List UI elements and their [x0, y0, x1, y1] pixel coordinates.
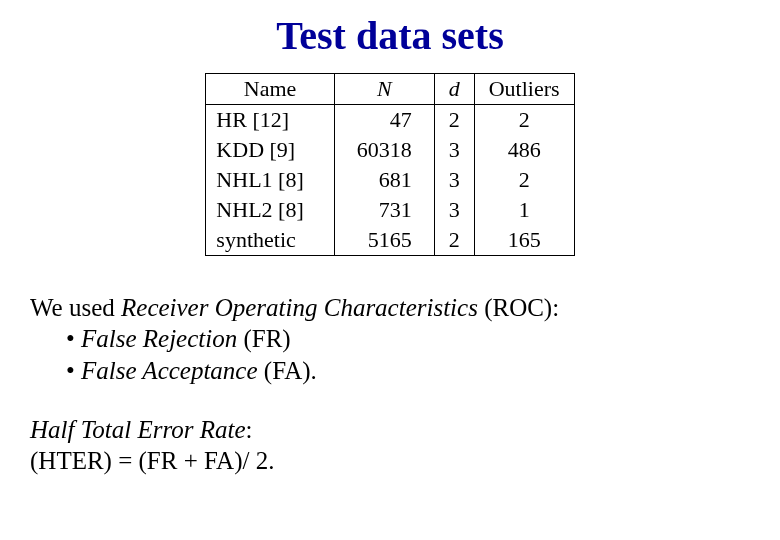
table-row: NHL2 [8] 731 3 1 [206, 195, 574, 225]
text: : [246, 416, 253, 443]
paragraph-hter: Half Total Error Rate: (HTER) = (FR + FA… [30, 414, 780, 477]
cell-out: 2 [474, 105, 574, 136]
cell-d: 3 [434, 195, 474, 225]
bullet-mark: • [66, 325, 81, 352]
bullet-mark: • [66, 357, 81, 384]
table-header-row: Name N d Outliers [206, 74, 574, 105]
cell-n: 731 [334, 195, 434, 225]
cell-name: NHL2 [8] [206, 195, 334, 225]
cell-out: 165 [474, 225, 574, 256]
text: (FR) [237, 325, 290, 352]
hter-line1: Half Total Error Rate: [30, 414, 780, 445]
cell-name: HR [12] [206, 105, 334, 136]
table-row: HR [12] 47 2 2 [206, 105, 574, 136]
cell-n: 681 [334, 165, 434, 195]
text-italic: Half Total Error Rate [30, 416, 246, 443]
cell-name: synthetic [206, 225, 334, 256]
cell-d: 3 [434, 135, 474, 165]
cell-d: 3 [434, 165, 474, 195]
paragraph-roc: We used Receiver Operating Characteristi… [30, 292, 780, 386]
hter-line2: (HTER) = (FR + FA)/ 2. [30, 445, 780, 476]
cell-name: NHL1 [8] [206, 165, 334, 195]
cell-out: 1 [474, 195, 574, 225]
slide: Test data sets Name N d Outliers HR [12]… [0, 0, 780, 540]
text-italic: False Acceptance [81, 357, 258, 384]
slide-title: Test data sets [0, 0, 780, 59]
col-header-outliers: Outliers [474, 74, 574, 105]
cell-n: 5165 [334, 225, 434, 256]
cell-d: 2 [434, 225, 474, 256]
table-container: Name N d Outliers HR [12] 47 2 2 KDD [9]… [0, 73, 780, 256]
cell-out: 2 [474, 165, 574, 195]
cell-n: 60318 [334, 135, 434, 165]
text-italic: Receiver Operating Characteristics [121, 294, 478, 321]
cell-name: KDD [9] [206, 135, 334, 165]
table-row: synthetic 5165 2 165 [206, 225, 574, 256]
table-row: NHL1 [8] 681 3 2 [206, 165, 574, 195]
text-italic: False Rejection [81, 325, 237, 352]
cell-n: 47 [334, 105, 434, 136]
col-header-name: Name [206, 74, 334, 105]
cell-out: 486 [474, 135, 574, 165]
col-header-d: d [434, 74, 474, 105]
bullet-fr: • False Rejection (FR) [30, 323, 780, 354]
text: (ROC): [478, 294, 559, 321]
dataset-table: Name N d Outliers HR [12] 47 2 2 KDD [9]… [205, 73, 574, 256]
cell-d: 2 [434, 105, 474, 136]
col-header-n: N [334, 74, 434, 105]
roc-line: We used Receiver Operating Characteristi… [30, 292, 780, 323]
bullet-fa: • False Acceptance (FA). [30, 355, 780, 386]
table-row: KDD [9] 60318 3 486 [206, 135, 574, 165]
text: (FA). [258, 357, 317, 384]
text: We used [30, 294, 121, 321]
